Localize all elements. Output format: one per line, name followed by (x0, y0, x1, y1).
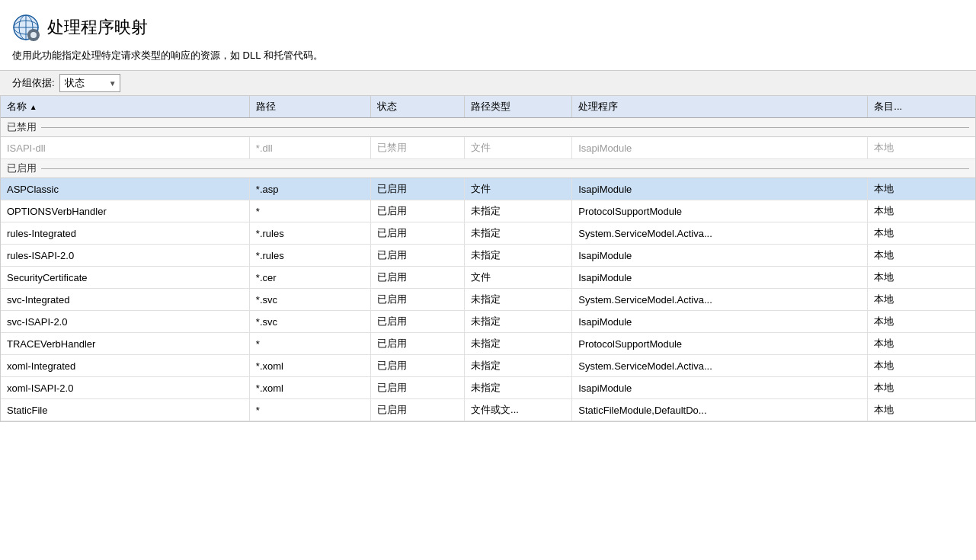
svg-rect-8 (33, 29, 34, 32)
cell-entry: 本地 (868, 377, 975, 399)
cell-status: 已启用 (370, 200, 464, 222)
table-row[interactable]: xoml-Integrated*.xoml已启用未指定System.Servic… (1, 355, 975, 377)
cell-status: 已启用 (370, 267, 464, 289)
table-row[interactable]: StaticFile*已启用文件或文...StaticFileModule,De… (1, 399, 975, 421)
cell-pathtype: 未指定 (465, 245, 572, 267)
cell-pathtype: 未指定 (465, 333, 572, 355)
page-header: 处理程序映射 (0, 8, 976, 46)
cell-status: 已启用 (370, 289, 464, 311)
table-row[interactable]: xoml-ISAPI-2.0*.xoml已启用未指定IsapiModule本地 (1, 377, 975, 399)
table-header-row: 名称 ▲ 路径 状态 路径类型 处理程序 条目... (1, 96, 975, 118)
cell-name: TRACEVerbHandler (1, 333, 249, 355)
svg-rect-11 (37, 34, 40, 36)
table-row[interactable]: svc-Integrated*.svc已启用未指定System.ServiceM… (1, 289, 975, 311)
cell-entry: 本地 (868, 311, 975, 333)
cell-handler: IsapiModule (572, 245, 868, 267)
table-scroll-area[interactable]: 名称 ▲ 路径 状态 路径类型 处理程序 条目... 已禁用ISAPI-dll*… (1, 96, 975, 421)
cell-status: 已启用 (370, 377, 464, 399)
cell-status: 已启用 (370, 311, 464, 333)
cell-pathtype: 未指定 (465, 200, 572, 222)
table-row[interactable]: TRACEVerbHandler*已启用未指定ProtocolSupportMo… (1, 333, 975, 355)
cell-name: SecurityCertificate (1, 267, 249, 289)
group-bar: 分组依据: 状态 ▼ (0, 70, 976, 96)
cell-name: xoml-ISAPI-2.0 (1, 377, 249, 399)
table-row[interactable]: SecurityCertificate*.cer已启用文件IsapiModule… (1, 267, 975, 289)
cell-name: OPTIONSVerbHandler (1, 200, 249, 222)
table-row[interactable]: OPTIONSVerbHandler*已启用未指定ProtocolSupport… (1, 200, 975, 222)
cell-path: * (249, 333, 370, 355)
group-separator (41, 127, 969, 128)
cell-status: 已启用 (370, 222, 464, 245)
cell-handler: System.ServiceModel.Activa... (572, 289, 868, 311)
cell-path: * (249, 200, 370, 222)
group-separator (41, 168, 969, 169)
cell-pathtype: 未指定 (465, 222, 572, 245)
cell-handler: StaticFileModule,DefaultDo... (572, 399, 868, 421)
svg-point-7 (30, 32, 37, 38)
cell-pathtype: 文件 (465, 267, 572, 289)
cell-status: 已启用 (370, 399, 464, 421)
cell-entry: 本地 (868, 200, 975, 222)
group-by-value: 状态 (65, 76, 106, 90)
handler-table-wrapper: 名称 ▲ 路径 状态 路径类型 处理程序 条目... 已禁用ISAPI-dll*… (0, 96, 976, 422)
cell-pathtype: 文件或文... (465, 399, 572, 421)
cell-handler: IsapiModule (572, 137, 868, 159)
cell-entry: 本地 (868, 267, 975, 289)
cell-status: 已启用 (370, 333, 464, 355)
cell-entry: 本地 (868, 399, 975, 421)
dropdown-arrow-icon: ▼ (109, 79, 117, 88)
group-by-label: 分组依据: (12, 76, 55, 90)
cell-entry: 本地 (868, 355, 975, 377)
cell-name: ISAPI-dll (1, 137, 249, 159)
cell-status: 已启用 (370, 245, 464, 267)
page-container: 处理程序映射 使用此功能指定处理特定请求类型的响应的资源，如 DLL 和托管代码… (0, 0, 976, 560)
cell-name: StaticFile (1, 399, 249, 421)
col-header-status[interactable]: 状态 (370, 96, 464, 118)
cell-pathtype: 文件 (465, 178, 572, 200)
page-title: 处理程序映射 (47, 16, 148, 39)
handler-table: 名称 ▲ 路径 状态 路径类型 处理程序 条目... 已禁用ISAPI-dll*… (1, 96, 975, 421)
cell-name: xoml-Integrated (1, 355, 249, 377)
table-row[interactable]: ASPClassic*.asp已启用文件IsapiModule本地 (1, 178, 975, 200)
cell-pathtype: 未指定 (465, 289, 572, 311)
col-header-path[interactable]: 路径 (249, 96, 370, 118)
cell-handler: IsapiModule (572, 267, 868, 289)
cell-path: *.xoml (249, 355, 370, 377)
table-group-header: 已禁用 (1, 118, 975, 137)
cell-entry: 本地 (868, 222, 975, 245)
col-header-handler[interactable]: 处理程序 (572, 96, 868, 118)
cell-name: svc-Integrated (1, 289, 249, 311)
cell-entry: 本地 (868, 333, 975, 355)
col-header-name[interactable]: 名称 ▲ (1, 96, 249, 118)
cell-entry: 本地 (868, 245, 975, 267)
cell-name: ASPClassic (1, 178, 249, 200)
cell-pathtype: 文件 (465, 137, 572, 159)
group-by-select[interactable]: 状态 ▼ (59, 74, 120, 92)
group-label-text: 已禁用 (7, 120, 37, 134)
cell-handler: System.ServiceModel.Activa... (572, 222, 868, 245)
col-header-pathtype[interactable]: 路径类型 (465, 96, 572, 118)
cell-path: *.xoml (249, 377, 370, 399)
cell-path: * (249, 399, 370, 421)
iis-handler-icon (12, 14, 40, 41)
cell-handler: System.ServiceModel.Activa... (572, 355, 868, 377)
table-group-header: 已启用 (1, 159, 975, 178)
cell-name: rules-ISAPI-2.0 (1, 245, 249, 267)
table-row[interactable]: rules-ISAPI-2.0*.rules已启用未指定IsapiModule本… (1, 245, 975, 267)
svg-rect-10 (27, 34, 30, 36)
cell-handler: ProtocolSupportModule (572, 333, 868, 355)
cell-handler: IsapiModule (572, 311, 868, 333)
cell-path: *.rules (249, 245, 370, 267)
cell-handler: IsapiModule (572, 178, 868, 200)
cell-pathtype: 未指定 (465, 377, 572, 399)
cell-path: *.cer (249, 267, 370, 289)
table-row[interactable]: ISAPI-dll*.dll已禁用文件IsapiModule本地 (1, 137, 975, 159)
cell-entry: 本地 (868, 178, 975, 200)
cell-name: svc-ISAPI-2.0 (1, 311, 249, 333)
group-label-text: 已启用 (7, 162, 37, 175)
cell-status: 已启用 (370, 355, 464, 377)
svg-rect-9 (33, 38, 34, 41)
table-row[interactable]: svc-ISAPI-2.0*.svc已启用未指定IsapiModule本地 (1, 311, 975, 333)
col-header-entry[interactable]: 条目... (868, 96, 975, 118)
table-row[interactable]: rules-Integrated*.rules已启用未指定System.Serv… (1, 222, 975, 245)
